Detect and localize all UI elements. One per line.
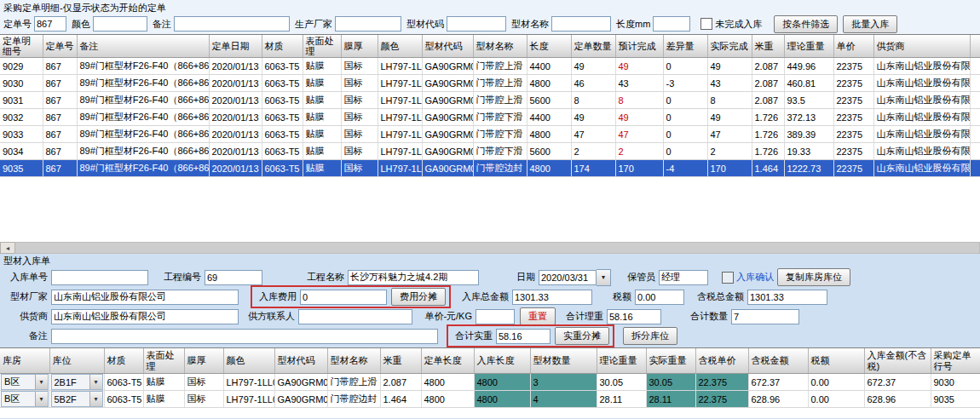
- column-header[interactable]: 材质: [104, 348, 143, 374]
- column-header[interactable]: 实际重量: [646, 348, 695, 374]
- column-header[interactable]: 材质: [262, 35, 303, 58]
- column-header[interactable]: 定单长度: [421, 348, 474, 374]
- length-filter-input[interactable]: [653, 16, 690, 32]
- table-row[interactable]: 903086789#门框型材F26-F40（866+867）2020/01/13…: [0, 75, 980, 92]
- column-header[interactable]: 预计完成: [615, 35, 663, 58]
- column-header[interactable]: 颜色: [223, 348, 274, 374]
- remark-filter-input[interactable]: [174, 16, 290, 32]
- project-no-label: 工程编号: [148, 271, 205, 284]
- table-cell: 4800: [421, 374, 474, 391]
- copy-location-button[interactable]: 复制库房库位: [777, 268, 850, 286]
- table-cell: 22375: [833, 58, 873, 75]
- cell-dropdown[interactable]: B区▾: [1, 391, 49, 407]
- inbound-fee-input[interactable]: [300, 290, 387, 305]
- total-qty-input[interactable]: [731, 309, 799, 324]
- column-header[interactable]: 含税单价: [695, 348, 748, 374]
- column-header[interactable]: 型材代码: [274, 348, 327, 374]
- table-row[interactable]: 903486789#门框型材F26-F40（866+867）2020/01/13…: [0, 143, 980, 160]
- table-row[interactable]: 903286789#门框型材F26-F40（866+867）2020/01/13…: [0, 109, 980, 126]
- column-header[interactable]: 型材数量: [530, 348, 597, 374]
- inbound-confirm-checkbox[interactable]: [722, 272, 734, 284]
- column-header[interactable]: 入库金额(不含税): [864, 348, 931, 374]
- table-row[interactable]: 903186789#门框型材F26-F40（866+867）2020/01/13…: [0, 92, 980, 109]
- column-header[interactable]: 备注: [77, 35, 209, 58]
- scroll-left-icon[interactable]: ◂: [0, 242, 15, 254]
- split-location-button[interactable]: 拆分库位: [623, 327, 677, 345]
- profile-factory-input[interactable]: [51, 290, 239, 305]
- order-table-hscrollbar[interactable]: ◂: [0, 242, 980, 254]
- column-header[interactable]: 供货商: [873, 35, 970, 58]
- column-header[interactable]: 表面处理: [143, 348, 184, 374]
- column-header[interactable]: 长度: [527, 35, 571, 58]
- remark-input[interactable]: [51, 329, 438, 344]
- table-cell: 0: [663, 58, 707, 75]
- column-header[interactable]: 型材名称: [473, 35, 527, 58]
- column-header[interactable]: 库房: [0, 348, 49, 374]
- table-row[interactable]: 903386789#门框型材F26-F40（866+867）2020/01/13…: [0, 126, 980, 143]
- column-header[interactable]: 膜厚: [184, 348, 223, 374]
- column-header[interactable]: 表面处理: [303, 35, 341, 58]
- profile-code-filter-input[interactable]: [447, 16, 506, 32]
- column-header[interactable]: 理论重量: [597, 348, 646, 374]
- column-header[interactable]: 米重: [380, 348, 421, 374]
- supplier-contact-input[interactable]: [298, 309, 412, 324]
- project-no-input[interactable]: [205, 270, 262, 285]
- column-header[interactable]: 采购定单行号: [931, 348, 980, 374]
- color-filter-input[interactable]: [93, 16, 147, 32]
- cell-dropdown[interactable]: 5B2F▾: [51, 391, 103, 407]
- fee-split-button[interactable]: 费用分摊: [391, 288, 446, 306]
- keeper-input[interactable]: [659, 270, 708, 285]
- column-header[interactable]: 税额: [808, 348, 864, 374]
- column-header[interactable]: 理论重量: [784, 35, 833, 58]
- column-header[interactable]: 颜色: [378, 35, 422, 58]
- column-header[interactable]: 含税金额: [748, 348, 808, 374]
- column-header[interactable]: 差异量: [663, 35, 707, 58]
- table-cell: 449.96: [784, 58, 833, 75]
- table-row[interactable]: 903586789#门框型材F26-F40（866+867）2020/01/13…: [0, 160, 980, 177]
- tax-label: 税额: [592, 290, 635, 303]
- column-header[interactable]: 库位: [49, 348, 104, 374]
- total-theory-weight-input[interactable]: [607, 309, 661, 324]
- inbound-form-row-1: 入库单号 工程编号 工程名称 日期 ▾ 保管员 入库确认 复制库房库位: [3, 268, 977, 286]
- table-cell: GA90GRM03: [422, 75, 473, 92]
- column-header[interactable]: 定单日期: [209, 35, 262, 58]
- order-no-filter-input[interactable]: [34, 16, 66, 32]
- column-header[interactable]: 定单数量: [571, 35, 615, 58]
- unfinished-inbound-checkbox[interactable]: [700, 18, 712, 30]
- table-cell: 49: [707, 58, 752, 75]
- cell-dropdown[interactable]: B区▾: [1, 374, 49, 390]
- column-header[interactable]: 单价: [833, 35, 873, 58]
- supplier-input[interactable]: [51, 309, 239, 324]
- total-actual-weight-input[interactable]: [496, 329, 551, 344]
- table-row[interactable]: B区▾5B2F▾6063-T5贴膜国标LH797-1LL0GA90GRM05门带…: [0, 391, 980, 408]
- column-header[interactable]: [970, 35, 980, 58]
- column-header[interactable]: 型材名称: [327, 348, 380, 374]
- column-header[interactable]: 膜厚: [341, 35, 378, 58]
- table-row[interactable]: B区▾2B1F▾6063-T5贴膜国标LH797-1LL0GA90GRM03门带…: [0, 374, 980, 391]
- table-row[interactable]: 902986789#门框型材F26-F40（866+867）2020/01/13…: [0, 58, 980, 75]
- column-header[interactable]: 米重: [752, 35, 784, 58]
- inbound-no-input[interactable]: [51, 270, 148, 285]
- column-header[interactable]: 型材代码: [422, 35, 473, 58]
- filter-by-condition-button[interactable]: 按条件筛选: [774, 15, 838, 33]
- date-dropdown-icon[interactable]: ▾: [597, 269, 611, 286]
- tax-input[interactable]: [635, 290, 684, 305]
- tax-incl-total-input[interactable]: [747, 290, 827, 305]
- table-cell: 6063-T5: [262, 58, 303, 75]
- cell-dropdown[interactable]: 2B1F▾: [51, 374, 103, 390]
- column-header[interactable]: 入库长度: [474, 348, 530, 374]
- project-name-input[interactable]: [348, 270, 479, 285]
- manufacturer-filter-input[interactable]: [335, 16, 401, 32]
- profile-name-filter-input[interactable]: [551, 16, 611, 32]
- column-header[interactable]: 定单明细号: [0, 35, 43, 58]
- actual-weight-split-button[interactable]: 实重分摊: [555, 327, 609, 345]
- batch-inbound-button[interactable]: 批量入库: [843, 15, 897, 33]
- date-input[interactable]: [539, 270, 597, 285]
- reset-button[interactable]: 重置: [520, 307, 556, 325]
- unit-price-input[interactable]: [476, 309, 515, 324]
- column-header[interactable]: 实际完成: [707, 35, 752, 58]
- inbound-total-input[interactable]: [512, 290, 592, 305]
- column-header[interactable]: 定单号: [43, 35, 77, 58]
- hscrollbar-track[interactable]: [15, 242, 980, 254]
- table-cell: 4800: [527, 126, 571, 143]
